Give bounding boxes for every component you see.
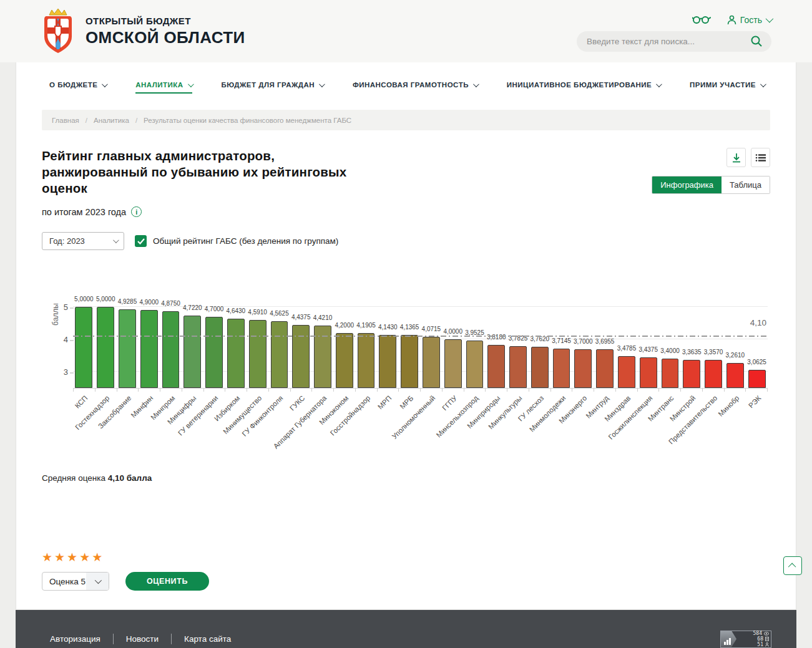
download-icon bbox=[731, 153, 741, 163]
toggle-infographic[interactable]: Инфографика bbox=[652, 177, 722, 193]
bar-ГУКС[interactable] bbox=[292, 325, 310, 388]
footer: АвторизацияНовостиКарта сайта 5846851 bbox=[16, 610, 796, 648]
nav-item-4[interactable]: ИНИЦИАТИВНОЕ БЮДЖЕТИРОВАНИЕ bbox=[507, 81, 661, 94]
bar-Минстрой[interactable] bbox=[683, 360, 700, 388]
bar-ГУ ветеринарии[interactable] bbox=[205, 317, 223, 388]
bar-РЭК[interactable] bbox=[748, 370, 766, 388]
bar-Минобр[interactable] bbox=[726, 363, 744, 388]
search-input[interactable] bbox=[587, 37, 750, 46]
nav-item-3[interactable]: ФИНАНСОВАЯ ГРАМОТНОСТЬ bbox=[353, 81, 477, 94]
nav-item-0[interactable]: О БЮДЖЕТЕ bbox=[49, 81, 106, 94]
bar-value-label: 4,4210 bbox=[313, 314, 333, 321]
bar-ГУ лесхоз[interactable] bbox=[531, 347, 549, 388]
rating-select[interactable]: Оценка 5 bbox=[42, 572, 109, 591]
bar-group: 3,8180Минприроды bbox=[486, 303, 507, 388]
bar-group: 5,0000КСП bbox=[73, 303, 95, 388]
bar-Гостехнадзор[interactable] bbox=[97, 307, 114, 388]
bar-Заксобрание[interactable] bbox=[119, 309, 136, 388]
bar-Минкультуры[interactable] bbox=[509, 346, 527, 388]
chevron-down-icon bbox=[102, 81, 108, 87]
bar-Госжилинспекция[interactable] bbox=[640, 357, 657, 388]
bar-Минтруд[interactable] bbox=[596, 349, 614, 388]
footer-link[interactable]: Карта сайта bbox=[184, 634, 231, 644]
bar-МРП[interactable] bbox=[379, 335, 396, 388]
footer-link[interactable]: Авторизация bbox=[50, 634, 100, 644]
breadcrumb-item[interactable]: Главная bbox=[52, 117, 79, 124]
checkbox-checked-icon[interactable] bbox=[135, 235, 147, 247]
counter-barchart-icon bbox=[721, 631, 736, 647]
rating-select-dropdown[interactable] bbox=[86, 573, 109, 590]
nav-item-1[interactable]: АНАЛИТИКА bbox=[135, 81, 192, 94]
header: ОТКРЫТЫЙ БЮДЖЕТ ОМСКОЙ ОБЛАСТИ Гость bbox=[0, 0, 812, 62]
bar-Минфин[interactable] bbox=[140, 310, 158, 388]
scroll-to-top-button[interactable] bbox=[783, 556, 802, 575]
toggle-table[interactable]: Таблица bbox=[722, 177, 770, 193]
breadcrumb-separator: / bbox=[86, 117, 87, 124]
breadcrumb-separator: / bbox=[135, 117, 137, 124]
site-brand[interactable]: ОТКРЫТЫЙ БЮДЖЕТ ОМСКОЙ ОБЛАСТИ bbox=[39, 7, 245, 55]
bar-КСП[interactable] bbox=[75, 307, 92, 388]
bar-Минэконом[interactable] bbox=[336, 333, 353, 388]
bar-Минэнерго[interactable] bbox=[574, 349, 592, 388]
bars-row: 5,0000КСП5,0000Гостехнадзор4,9285Заксобр… bbox=[73, 303, 768, 388]
star-rating[interactable]: ★★★★★ bbox=[42, 550, 770, 564]
chart-plot-area: 3455,0000КСП5,0000Гостехнадзор4,9285Закс… bbox=[73, 303, 768, 389]
bar-Минимущество[interactable] bbox=[249, 320, 267, 388]
bar-МРБ[interactable] bbox=[401, 335, 418, 388]
title-actions: Инфографика Таблица bbox=[652, 148, 770, 196]
subtitle-row: по итогам 2023 года i bbox=[16, 196, 796, 217]
y-axis-label: баллы bbox=[51, 296, 60, 333]
star-icon[interactable]: ★ bbox=[42, 551, 54, 564]
bar-group: 5,0000Гостехнадзор bbox=[95, 303, 117, 388]
bar-group: 3,9525Минсельхозпрод bbox=[464, 303, 486, 388]
download-button[interactable] bbox=[726, 148, 746, 167]
nav-item-label: ФИНАНСОВАЯ ГРАМОТНОСТЬ bbox=[353, 81, 469, 89]
bar-Минцифры[interactable] bbox=[183, 316, 201, 388]
bar-Минздрав[interactable] bbox=[618, 356, 635, 388]
bar-value-label: 4,7000 bbox=[205, 306, 224, 312]
bar-Уполномоченный[interactable] bbox=[423, 337, 440, 388]
bar-ГУ Финконтроля[interactable] bbox=[271, 321, 288, 388]
bar-group: 3,7145Минмолодежи bbox=[550, 303, 572, 388]
bar-value-label: 5,0000 bbox=[74, 296, 94, 302]
bar-value-label: 3,4375 bbox=[638, 346, 658, 353]
visitor-counter-widget[interactable]: 5846851 bbox=[720, 631, 771, 648]
star-icon[interactable]: ★ bbox=[54, 551, 67, 564]
bar-Минприроды[interactable] bbox=[487, 345, 505, 388]
bar-Представительство[interactable] bbox=[705, 360, 722, 388]
bar-Минсельхозпрод[interactable] bbox=[466, 341, 484, 388]
bar-value-label: 4,1365 bbox=[400, 324, 419, 331]
bar-Госстройнадзор[interactable] bbox=[358, 333, 375, 388]
breadcrumb-item[interactable]: Аналитика bbox=[94, 117, 129, 124]
accessibility-glasses-icon[interactable] bbox=[692, 15, 711, 24]
user-menu[interactable]: Гость bbox=[727, 15, 771, 25]
nav-item-5[interactable]: ПРИМИ УЧАСТИЕ bbox=[690, 81, 765, 94]
bar-Избирком[interactable] bbox=[227, 319, 245, 388]
y-tick-5: 5 bbox=[56, 302, 68, 312]
year-select[interactable]: Год: 2023 bbox=[42, 232, 124, 250]
bar-Минтранс[interactable] bbox=[662, 359, 679, 388]
footer-link[interactable]: Новости bbox=[126, 634, 159, 644]
bar-group: 4,4375ГУКС bbox=[290, 303, 312, 388]
site-title-line2: ОМСКОЙ ОБЛАСТИ bbox=[86, 28, 245, 47]
star-icon[interactable]: ★ bbox=[67, 551, 79, 564]
bar-Минмолодежи[interactable] bbox=[553, 349, 570, 388]
bar-value-label: 4,6430 bbox=[227, 307, 246, 314]
header-right: Гость bbox=[577, 11, 771, 52]
subtitle-text: по итогам 2023 года bbox=[42, 207, 126, 217]
nav-item-2[interactable]: БЮДЖЕТ ДЛЯ ГРАЖДАН bbox=[221, 81, 323, 94]
star-icon[interactable]: ★ bbox=[79, 551, 92, 564]
bar-value-label: 3,6955 bbox=[595, 338, 615, 345]
bar-group: 4,0715Уполномоченный bbox=[421, 303, 443, 388]
rating-type-checkbox-row[interactable]: Общий рейтинг ГАБС (без деления по групп… bbox=[135, 235, 338, 247]
star-icon[interactable]: ★ bbox=[92, 551, 104, 564]
counter-visitors: 51 bbox=[736, 642, 769, 647]
bar-ГГПУ[interactable] bbox=[444, 339, 462, 388]
rate-button[interactable]: ОЦЕНИТЬ bbox=[125, 572, 209, 591]
bar-Минпром[interactable] bbox=[162, 311, 180, 389]
search-icon[interactable] bbox=[750, 35, 763, 47]
bar-group: 4,2000Минэконом bbox=[333, 303, 355, 388]
list-view-button[interactable] bbox=[751, 148, 770, 167]
person-icon bbox=[765, 642, 769, 647]
info-icon[interactable]: i bbox=[131, 206, 142, 217]
